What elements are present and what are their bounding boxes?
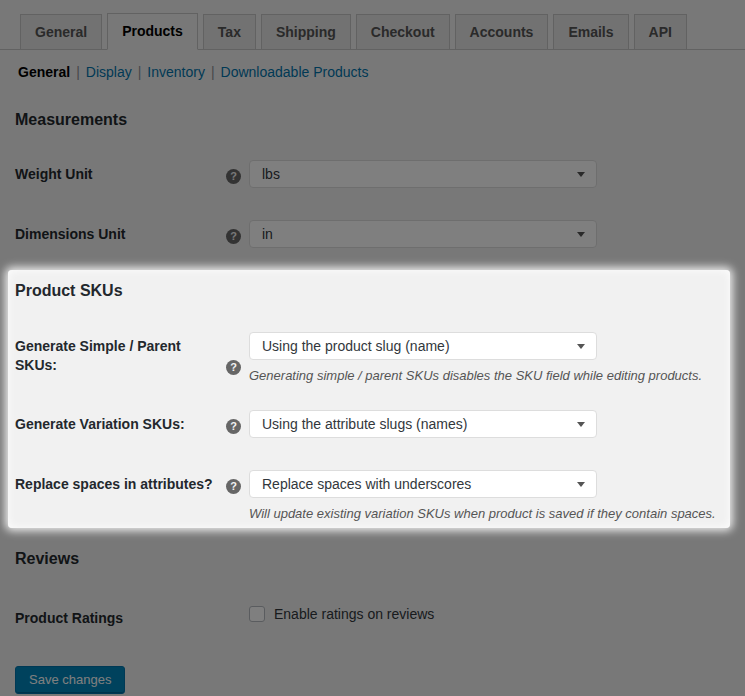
generate-simple-parent-skus-label-text: Generate Simple / Parent SKUs: xyxy=(15,338,181,373)
product-ratings-row: Product Ratings Enable ratings on review… xyxy=(15,604,745,628)
dropdown-arrow-icon xyxy=(577,344,585,349)
generate-variation-skus-row: Generate Variation SKUs: ? Using the att… xyxy=(15,410,730,438)
replace-spaces-select[interactable]: Replace spaces with underscores xyxy=(249,470,597,498)
help-icon[interactable]: ? xyxy=(226,229,241,244)
measurements-section-title: Measurements xyxy=(15,111,745,129)
replace-spaces-note: Will update existing variation SKUs when… xyxy=(249,506,716,522)
tab-general[interactable]: General xyxy=(20,14,102,49)
dropdown-arrow-icon xyxy=(577,172,585,177)
save-changes-button[interactable]: Save changes xyxy=(15,666,125,694)
dimensions-unit-select[interactable]: in xyxy=(249,220,597,248)
weight-unit-row: Weight Unit ? lbs xyxy=(15,160,745,188)
replace-spaces-control: Replace spaces with underscores Will upd… xyxy=(249,470,716,522)
replace-spaces-label: Replace spaces in attributes? ? xyxy=(15,470,249,494)
dimensions-unit-label-text: Dimensions Unit xyxy=(15,226,125,242)
product-ratings-control: Enable ratings on reviews xyxy=(249,604,434,623)
dropdown-arrow-icon xyxy=(577,422,585,427)
generate-variation-skus-select[interactable]: Using the attribute slugs (names) xyxy=(249,410,597,438)
weight-unit-label-text: Weight Unit xyxy=(15,166,93,182)
products-subnav: General|Display|Inventory|Downloadable P… xyxy=(18,63,745,81)
subnav-item-display[interactable]: Display xyxy=(86,64,132,80)
tab-shipping[interactable]: Shipping xyxy=(261,14,351,49)
generate-simple-parent-skus-label: Generate Simple / Parent SKUs: ? xyxy=(15,332,249,375)
generate-variation-skus-selected-value: Using the attribute slugs (names) xyxy=(262,416,467,432)
tab-checkout[interactable]: Checkout xyxy=(356,14,450,49)
subnav-item-inventory[interactable]: Inventory xyxy=(147,64,205,80)
dimensions-unit-label: Dimensions Unit ? xyxy=(15,220,249,244)
product-skus-section-title: Product SKUs xyxy=(15,282,730,300)
tab-accounts[interactable]: Accounts xyxy=(455,14,549,49)
generate-simple-parent-skus-select[interactable]: Using the product slug (name) xyxy=(249,332,597,360)
generate-simple-parent-skus-selected-value: Using the product slug (name) xyxy=(262,338,450,354)
product-skus-highlight-panel: Product SKUs Generate Simple / Parent SK… xyxy=(8,270,730,528)
replace-spaces-selected-value: Replace spaces with underscores xyxy=(262,476,471,492)
subnav-item-downloadable-products[interactable]: Downloadable Products xyxy=(221,64,369,80)
help-icon[interactable]: ? xyxy=(226,169,241,184)
product-ratings-label: Product Ratings xyxy=(15,604,249,628)
enable-ratings-checkbox-label[interactable]: Enable ratings on reviews xyxy=(274,605,434,623)
subnav-separator: | xyxy=(211,64,215,80)
replace-spaces-label-text: Replace spaces in attributes? xyxy=(15,476,213,492)
reviews-section-title: Reviews xyxy=(15,550,745,568)
subnav-item-general[interactable]: General xyxy=(18,64,70,80)
help-icon[interactable]: ? xyxy=(226,360,241,375)
settings-tab-bar: General Products Tax Shipping Checkout A… xyxy=(0,0,745,50)
dropdown-arrow-icon xyxy=(577,482,585,487)
dimensions-unit-row: Dimensions Unit ? in xyxy=(15,220,745,248)
tab-tax[interactable]: Tax xyxy=(203,14,256,49)
weight-unit-label: Weight Unit ? xyxy=(15,160,249,184)
generate-simple-parent-skus-control: Using the product slug (name) Generating… xyxy=(249,332,702,384)
generate-simple-parent-skus-row: Generate Simple / Parent SKUs: ? Using t… xyxy=(15,332,730,384)
help-icon[interactable]: ? xyxy=(226,419,241,434)
weight-unit-selected-value: lbs xyxy=(262,166,280,182)
tab-products[interactable]: Products xyxy=(107,13,198,50)
enable-ratings-checkbox[interactable] xyxy=(249,606,265,622)
product-ratings-label-text: Product Ratings xyxy=(15,610,123,626)
generate-variation-skus-label-text: Generate Variation SKUs: xyxy=(15,416,185,432)
subnav-separator: | xyxy=(138,64,142,80)
help-icon[interactable]: ? xyxy=(226,479,241,494)
dropdown-arrow-icon xyxy=(577,232,585,237)
tab-emails[interactable]: Emails xyxy=(553,14,628,49)
replace-spaces-row: Replace spaces in attributes? ? Replace … xyxy=(15,470,730,522)
subnav-separator: | xyxy=(76,64,80,80)
generate-variation-skus-label: Generate Variation SKUs: ? xyxy=(15,410,249,434)
tab-api[interactable]: API xyxy=(634,14,687,49)
dimensions-unit-selected-value: in xyxy=(262,226,273,242)
generate-simple-parent-skus-note: Generating simple / parent SKUs disables… xyxy=(249,368,702,384)
weight-unit-select[interactable]: lbs xyxy=(249,160,597,188)
